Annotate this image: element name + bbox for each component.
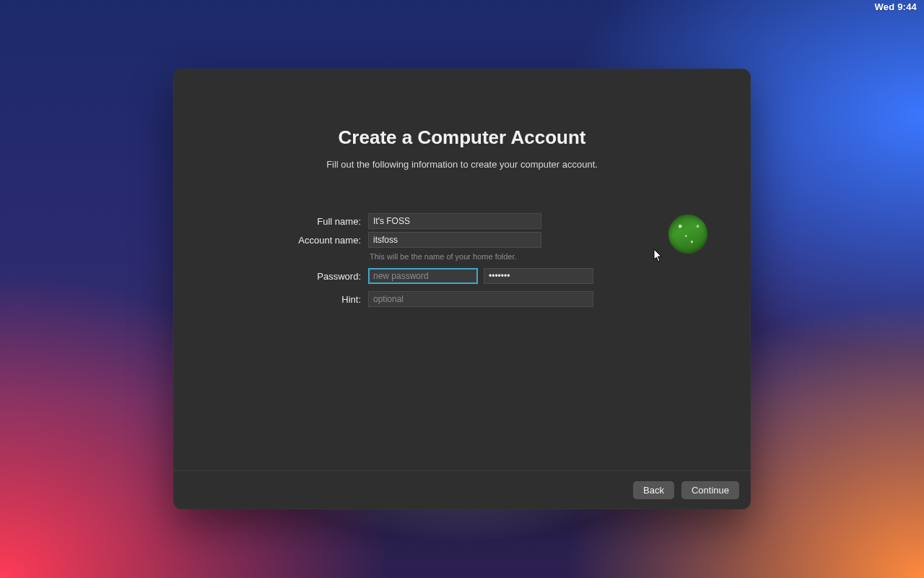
account-name-label: Account name: — [217, 235, 361, 246]
setup-dialog: Create a Computer Account Fill out the f… — [173, 69, 751, 509]
dialog-title: Create a Computer Account — [217, 126, 707, 149]
back-button[interactable]: Back — [633, 481, 674, 499]
dialog-subtitle: Fill out the following information to cr… — [217, 159, 707, 170]
account-name-input[interactable] — [368, 232, 541, 248]
row-password: Password: — [217, 268, 651, 284]
full-name-label: Full name: — [217, 216, 361, 227]
row-account-name: Account name: — [217, 232, 651, 248]
password-input[interactable] — [368, 268, 478, 284]
row-full-name: Full name: — [217, 213, 651, 229]
password-label: Password: — [217, 271, 361, 282]
dialog-footer: Back Continue — [173, 470, 751, 509]
hint-label: Hint: — [217, 294, 361, 305]
continue-button[interactable]: Continue — [681, 481, 739, 499]
account-form: Full name: Account name: This will be th… — [217, 213, 707, 314]
full-name-input[interactable] — [368, 213, 541, 229]
password-verify-input[interactable] — [484, 268, 593, 284]
account-avatar[interactable] — [668, 215, 707, 254]
row-hint: Hint: — [217, 291, 651, 307]
account-name-hint: This will be the name of your home folde… — [370, 252, 651, 261]
hint-input[interactable] — [368, 291, 593, 307]
menubar-datetime: Wed 9:44 — [875, 1, 917, 12]
dialog-body: Create a Computer Account Fill out the f… — [173, 69, 751, 470]
